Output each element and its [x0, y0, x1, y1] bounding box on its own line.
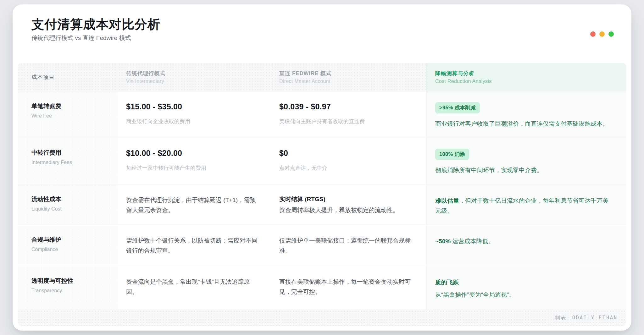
analysis-cell: 100% 消除 彻底消除所有中间环节，实现零中介费。 — [426, 138, 626, 184]
window-controls — [590, 31, 614, 37]
cell-title: 实时结算 (RTGS) — [279, 195, 415, 203]
cell-text: 资金周转率极大提升，释放被锁定的流动性。 — [279, 205, 415, 215]
cell-text: 资金流向是个黑盒，常出现“卡钱”且无法追踪原因。 — [126, 277, 260, 297]
cell-text: 需维护数十个银行关系，以防被切断；需应对不同银行的合规审查。 — [126, 236, 260, 256]
analysis-text: 难以估量，但对于数十亿日流水的企业，每年利息节省可达千万美元级。 — [435, 196, 614, 216]
reduction-badge: >95% 成本削减 — [435, 102, 480, 113]
fee-value: $10.00 - $20.00 — [126, 149, 260, 158]
table-row-wire-fee: 单笔转账费 Wire Fee $15.00 - $35.00 商业银行向企业收取… — [18, 91, 626, 138]
cost-item-cell: 合规与维护 Compliance — [18, 225, 118, 266]
traditional-cell: $10.00 - $20.00 每经过一家中转行可能产生的费用 — [118, 138, 271, 184]
column-label: 传统代理行模式 — [126, 70, 271, 77]
fee-caption: 商业银行向企业收取的费用 — [126, 118, 260, 125]
column-label: 直连 FEDWIRE 模式 — [279, 70, 426, 77]
analysis-rest: ，但对于数十亿日流水的企业，每年利息节省可达千万美元级。 — [435, 197, 608, 214]
column-header-cost-item: 成本项目 — [18, 63, 118, 91]
traditional-cell: 资金需在代理行沉淀，由于结算延迟 (T+1)，需预留大量冗余资金。 — [118, 184, 271, 225]
cost-item-sublabel: Wire Fee — [31, 113, 107, 119]
cost-item-label: 流动性成本 — [31, 195, 107, 203]
analysis-rest: 从“黑盒操作”变为“全局透视”。 — [435, 291, 515, 298]
cell-text: 直接在美联储账本上操作，每一笔资金变动实时可见，完全可控。 — [279, 277, 415, 297]
column-sublabel: Via Intermediary — [126, 79, 271, 84]
direct-cell: $0 点对点直达，无中介 — [271, 138, 426, 184]
column-header-traditional: 传统代理行模式 Via Intermediary — [118, 63, 271, 91]
table-footer: 制表：ODAILY ETHAN — [18, 310, 626, 326]
reduction-badge: 100% 消除 — [435, 149, 469, 160]
cost-item-sublabel: Intermediary Fees — [31, 160, 107, 165]
zoom-window-icon[interactable] — [608, 31, 614, 37]
cell-text: 资金需在代理行沉淀，由于结算延迟 (T+1)，需预留大量冗余资金。 — [126, 195, 260, 215]
table-header-row: 成本项目 传统代理行模式 Via Intermediary 直连 FEDWIRE… — [18, 63, 626, 91]
direct-cell: 仅需维护单一美联储接口；遵循统一的联邦合规标准。 — [271, 225, 426, 266]
page-title: 支付清算成本对比分析 — [31, 17, 613, 31]
column-sublabel: Cost Reduction Analysis — [435, 79, 626, 84]
credit-text: 制表：ODAILY ETHAN — [555, 315, 618, 321]
direct-cell: $0.039 - $0.97 美联储向主账户持有者收取的直连费 — [271, 91, 426, 138]
cost-item-cell: 透明度与可控性 Transparency — [18, 266, 118, 310]
analysis-text: 质的飞跃从“黑盒操作”变为“全局透视”。 — [435, 277, 614, 300]
column-header-analysis: 降幅测算与分析 Cost Reduction Analysis — [426, 63, 626, 91]
column-header-fedwire: 直连 FEDWIRE 模式 Direct Master Account — [271, 63, 426, 91]
analysis-text: ~50% 运营成本降低。 — [435, 236, 614, 246]
fee-caption: 美联储向主账户持有者收取的直连费 — [279, 118, 415, 125]
fee-value: $15.00 - $35.00 — [126, 102, 260, 111]
traditional-cell: 需维护数十个银行关系，以防被切断；需应对不同银行的合规审查。 — [118, 225, 271, 266]
cost-item-label: 单笔转账费 — [31, 102, 107, 110]
cell-text: 仅需维护单一美联储接口；遵循统一的联邦合规标准。 — [279, 236, 415, 256]
analysis-cell: ~50% 运营成本降低。 — [426, 225, 626, 266]
close-window-icon[interactable] — [590, 31, 596, 37]
direct-cell: 直接在美联储账本上操作，每一笔资金变动实时可见，完全可控。 — [271, 266, 426, 310]
analysis-lead: 难以估量 — [435, 197, 459, 204]
comparison-table: 成本项目 传统代理行模式 Via Intermediary 直连 FEDWIRE… — [18, 63, 626, 326]
table-row-compliance: 合规与维护 Compliance 需维护数十个银行关系，以防被切断；需应对不同银… — [18, 225, 626, 266]
cost-item-label: 中转行费用 — [31, 149, 107, 157]
analysis-cell: 质的飞跃从“黑盒操作”变为“全局透视”。 — [426, 266, 626, 310]
analysis-rest: 运营成本降低。 — [451, 238, 494, 244]
column-sublabel: Direct Master Account — [279, 79, 426, 84]
analysis-text: 商业银行对客户收取了巨额溢价，而直连仅需支付基础设施成本。 — [435, 119, 614, 129]
direct-cell: 实时结算 (RTGS) 资金周转率极大提升，释放被锁定的流动性。 — [271, 184, 426, 225]
minimize-window-icon[interactable] — [599, 31, 605, 37]
column-label: 降幅测算与分析 — [435, 70, 626, 77]
cost-item-cell: 流动性成本 Liquidity Cost — [18, 184, 118, 225]
page-subtitle: 传统代理行模式 vs 直连 Fedwire 模式 — [31, 35, 613, 41]
cost-item-sublabel: Transparency — [31, 288, 107, 294]
comparison-card: 支付清算成本对比分析 传统代理行模式 vs 直连 Fedwire 模式 成本项目… — [13, 4, 631, 331]
analysis-lead: ~50% — [435, 238, 451, 244]
cost-item-sublabel: Liquidity Cost — [31, 206, 107, 212]
table-row-transparency: 透明度与可控性 Transparency 资金流向是个黑盒，常出现“卡钱”且无法… — [18, 266, 626, 310]
fee-caption: 每经过一家中转行可能产生的费用 — [126, 164, 260, 172]
fee-value: $0 — [279, 149, 415, 158]
analysis-text: 彻底消除所有中间环节，实现零中介费。 — [435, 165, 614, 175]
cost-item-cell: 单笔转账费 Wire Fee — [18, 91, 118, 138]
analysis-lead: 质的飞跃 — [435, 277, 614, 288]
cost-item-label: 合规与维护 — [31, 236, 107, 244]
column-label: 成本项目 — [31, 74, 118, 81]
fee-value: $0.039 - $0.97 — [279, 102, 415, 111]
cost-item-sublabel: Compliance — [31, 247, 107, 252]
traditional-cell: 资金流向是个黑盒，常出现“卡钱”且无法追踪原因。 — [118, 266, 271, 310]
analysis-cell: >95% 成本削减 商业银行对客户收取了巨额溢价，而直连仅需支付基础设施成本。 — [426, 91, 626, 138]
table-row-liquidity-cost: 流动性成本 Liquidity Cost 资金需在代理行沉淀，由于结算延迟 (T… — [18, 184, 626, 225]
traditional-cell: $15.00 - $35.00 商业银行向企业收取的费用 — [118, 91, 271, 138]
fee-caption: 点对点直达，无中介 — [279, 164, 415, 172]
cost-item-cell: 中转行费用 Intermediary Fees — [18, 138, 118, 184]
table-row-intermediary-fees: 中转行费用 Intermediary Fees $10.00 - $20.00 … — [18, 138, 626, 184]
card-header: 支付清算成本对比分析 传统代理行模式 vs 直连 Fedwire 模式 — [13, 17, 631, 41]
cost-item-label: 透明度与可控性 — [31, 277, 107, 285]
analysis-cell: 难以估量，但对于数十亿日流水的企业，每年利息节省可达千万美元级。 — [426, 184, 626, 225]
